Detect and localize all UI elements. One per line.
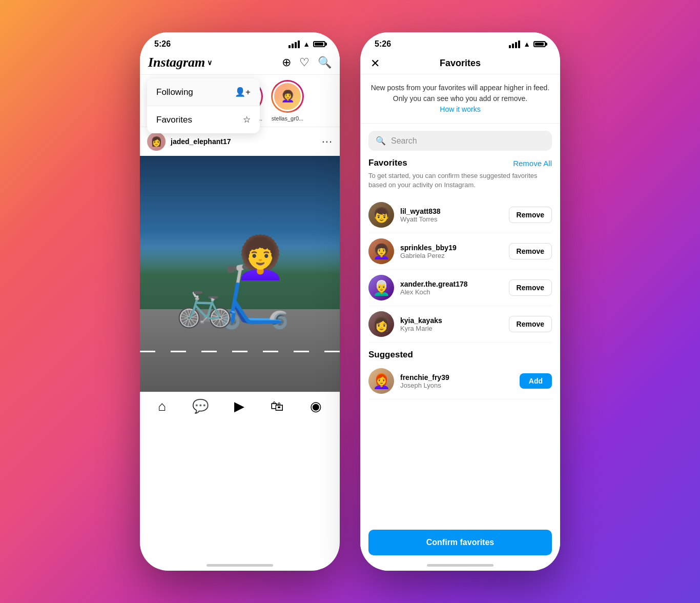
- search-icon[interactable]: 🔍: [318, 56, 332, 69]
- wifi-icon-right: ▲: [523, 40, 530, 48]
- signal-icon: [289, 41, 300, 48]
- signal-icon-right: [509, 41, 520, 48]
- ig-header: Instagram ∨ ⊕ ♡ 🔍 Following 👤+ Favorites…: [140, 53, 340, 75]
- post-image: 🛴 👩‍🦱 🚲: [140, 156, 340, 392]
- wifi-icon: ▲: [303, 40, 310, 48]
- favorites-title: Favorites: [440, 58, 481, 69]
- favorites-section: Favorites Remove All To get started, you…: [360, 158, 560, 522]
- feed-dropdown[interactable]: Following 👤+ Favorites ☆: [147, 78, 260, 133]
- left-phone: 5:26 ▲ Instagram ∨ ⊕ ♡ 🔍: [140, 32, 340, 571]
- remove-button-sprinkles[interactable]: Remove: [509, 243, 552, 259]
- confirm-favorites-button[interactable]: Confirm favorites: [368, 530, 552, 555]
- handle-kyia: kyia_kayaks: [400, 316, 509, 325]
- description-text: New posts from your favorites will appea…: [371, 84, 550, 103]
- search-icon: 🔍: [376, 136, 386, 146]
- profile-nav-icon[interactable]: ◉: [310, 398, 322, 414]
- post-username: jaded_elephant17: [171, 137, 231, 146]
- status-icons-left: ▲: [289, 40, 325, 48]
- following-icon: 👤+: [235, 87, 251, 97]
- cyclist-figure: 🚲: [176, 279, 233, 326]
- story-stellas[interactable]: 👩‍🦱 stellas_gr0...: [270, 80, 305, 122]
- home-indicator: [207, 564, 273, 567]
- post-user[interactable]: 👩 jaded_elephant17: [147, 132, 231, 151]
- time-left: 5:26: [154, 39, 171, 49]
- name-frenchie: Joseph Lyons: [400, 381, 520, 389]
- suggested-section-title: Suggested: [368, 350, 413, 360]
- more-options-icon[interactable]: ···: [322, 135, 333, 148]
- status-icons-right: ▲: [509, 40, 546, 48]
- user-row-xander: 👨‍🦳 xander.the.great178 Alex Koch Remove: [368, 270, 552, 306]
- add-button-frenchie[interactable]: Add: [520, 373, 552, 389]
- user-info-sprinkles: sprinkles_bby19 Gabriela Perez: [400, 244, 509, 259]
- reels-nav-icon[interactable]: ▶: [234, 398, 244, 414]
- name-kyia: Kyra Marie: [400, 325, 509, 332]
- ig-logo[interactable]: Instagram ∨: [148, 55, 212, 70]
- search-bar[interactable]: 🔍 Search: [368, 131, 552, 151]
- add-post-icon[interactable]: ⊕: [282, 56, 291, 69]
- messenger-nav-icon[interactable]: 💬: [192, 398, 209, 414]
- search-input[interactable]: Search: [391, 136, 417, 146]
- heart-icon[interactable]: ♡: [299, 56, 310, 69]
- right-phone: 5:26 ▲ ✕ Favorites New posts from your f…: [360, 32, 560, 571]
- user-row-sprinkles: 👩‍🦱 sprinkles_bby19 Gabriela Perez Remov…: [368, 233, 552, 270]
- remove-button-wyatt[interactable]: Remove: [509, 207, 552, 223]
- confirm-button-wrap: Confirm favorites: [360, 522, 560, 571]
- star-icon: ☆: [243, 114, 251, 125]
- home-nav-icon[interactable]: ⌂: [158, 398, 166, 414]
- avatar-frenchie: 👩‍🦰: [368, 368, 394, 394]
- status-bar-left: 5:26 ▲: [140, 32, 340, 53]
- chevron-down-icon: ∨: [207, 58, 212, 67]
- suggested-section-header: Suggested: [368, 350, 552, 360]
- user-info-kyia: kyia_kayaks Kyra Marie: [400, 316, 509, 332]
- shop-nav-icon[interactable]: 🛍: [271, 398, 284, 414]
- status-bar-right: 5:26 ▲: [360, 32, 560, 53]
- post-avatar: 👩: [147, 132, 166, 151]
- user-info-xander: xander.the.great178 Alex Koch: [400, 280, 509, 296]
- handle-sprinkles: sprinkles_bby19: [400, 244, 509, 252]
- user-info-frenchie: frenchie_fry39 Joseph Lyons: [400, 373, 520, 389]
- remove-all-button[interactable]: Remove All: [513, 159, 552, 168]
- battery-icon: [313, 41, 325, 47]
- ig-header-icons: ⊕ ♡ 🔍: [282, 56, 332, 69]
- favorites-header: ✕ Favorites: [360, 53, 560, 74]
- name-sprinkles: Gabriela Perez: [400, 252, 509, 259]
- bottom-nav: ⌂ 💬 ▶ 🛍 ◉: [140, 392, 340, 425]
- handle-frenchie: frenchie_fry39: [400, 373, 520, 381]
- avatar-sprinkles: 👩‍🦱: [368, 238, 394, 264]
- name-xander: Alex Koch: [400, 288, 509, 296]
- user-info-wyatt: lil_wyatt838 Wyatt Torres: [400, 207, 509, 223]
- favorites-description: New posts from your favorites will appea…: [360, 74, 560, 124]
- dropdown-favorites[interactable]: Favorites ☆: [147, 106, 260, 133]
- handle-xander: xander.the.great178: [400, 280, 509, 288]
- home-indicator-right: [427, 564, 493, 567]
- avatar-xander: 👨‍🦳: [368, 275, 394, 300]
- suggested-section: Suggested 👩‍🦰 frenchie_fry39 Joseph Lyon…: [368, 350, 552, 399]
- remove-button-kyia[interactable]: Remove: [509, 316, 552, 332]
- name-wyatt: Wyatt Torres: [400, 215, 509, 223]
- user-row-wyatt: 👦 lil_wyatt838 Wyatt Torres Remove: [368, 197, 552, 233]
- avatar-kyia: 👩: [368, 311, 394, 337]
- dropdown-following[interactable]: Following 👤+: [147, 78, 260, 106]
- battery-icon-right: [533, 41, 546, 47]
- post-scene: 🛴 👩‍🦱 🚲: [140, 156, 340, 392]
- close-button[interactable]: ✕: [370, 57, 380, 70]
- favorites-hint: To get started, you can confirm these su…: [368, 171, 552, 190]
- user-row-frenchie: 👩‍🦰 frenchie_fry39 Joseph Lyons Add: [368, 363, 552, 399]
- favorites-section-header: Favorites Remove All: [368, 158, 552, 168]
- user-row-kyia: 👩 kyia_kayaks Kyra Marie Remove: [368, 306, 552, 343]
- story-name-stellas: stellas_gr0...: [272, 115, 303, 122]
- favorites-section-title: Favorites: [368, 158, 407, 168]
- avatar-wyatt: 👦: [368, 202, 394, 228]
- remove-button-xander[interactable]: Remove: [509, 279, 552, 296]
- how-it-works-link[interactable]: How it works: [440, 105, 480, 113]
- handle-wyatt: lil_wyatt838: [400, 207, 509, 215]
- time-right: 5:26: [375, 39, 391, 49]
